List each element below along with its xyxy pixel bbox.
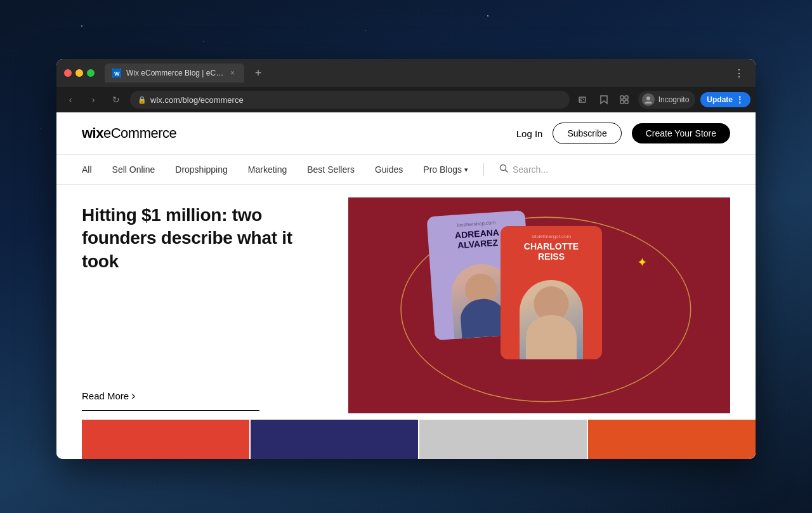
bottom-thumbnails [82, 420, 756, 459]
svg-rect-2 [579, 97, 586, 102]
nav-item-sell-online[interactable]: Sell Online [102, 156, 166, 183]
cast-icon[interactable] [575, 91, 593, 109]
update-button[interactable]: Update ⋮ [700, 92, 750, 107]
browser-window: W Wix eCommerce Blog | eCom... × + ⋮ ‹ ›… [56, 59, 756, 459]
nav-item-marketing[interactable]: Marketing [238, 156, 297, 183]
site-logo[interactable]: wix eCommerce [82, 125, 176, 142]
tab-favicon: W [112, 69, 121, 77]
nav-search[interactable]: Search... [489, 155, 548, 184]
nav-item-pro-blogs[interactable]: Pro Blogs ▾ [413, 156, 478, 183]
forward-button[interactable]: › [84, 91, 102, 109]
svg-marker-4 [601, 96, 607, 103]
svg-rect-8 [625, 100, 628, 103]
article-title: Hitting $1 million: two founders describ… [82, 204, 323, 273]
nav-divider [483, 163, 484, 176]
thumbnail-1[interactable] [82, 420, 249, 459]
incognito-avatar [642, 93, 655, 106]
card1-website: lovehershop.com [457, 220, 495, 228]
address-text: wix.com/blog/ecommerce [150, 95, 244, 105]
site-nav: All Sell Online Dropshipping Marketing B… [56, 155, 756, 185]
svg-point-3 [579, 102, 580, 103]
thumbnail-2[interactable] [251, 420, 418, 459]
login-button[interactable]: Log In [516, 128, 543, 139]
hero-background: lovehershop.com ADREANA ALVAREZ [348, 197, 730, 413]
nav-item-guides[interactable]: Guides [365, 156, 413, 183]
read-more-label: Read More [82, 390, 129, 401]
subscribe-button[interactable]: Subscribe [553, 123, 621, 144]
update-label: Update [707, 95, 733, 104]
read-more-arrow-icon: › [131, 389, 135, 403]
create-store-button[interactable]: Create Your Store [632, 123, 730, 143]
svg-rect-6 [625, 96, 628, 99]
incognito-label: Incognito [658, 95, 690, 104]
address-bar-row: ‹ › ↻ 🔒 wix.com/blog/ecommerce [56, 87, 756, 112]
svg-rect-5 [620, 96, 624, 99]
svg-line-11 [506, 170, 508, 173]
nav-item-dropshipping[interactable]: Dropshipping [165, 156, 238, 183]
bookmark-icon[interactable] [595, 91, 613, 109]
minimize-window-button[interactable] [75, 69, 83, 77]
active-tab[interactable]: W Wix eCommerce Blog | eCom... × [105, 63, 244, 83]
thumbnail-4[interactable] [588, 420, 756, 459]
hero-image: lovehershop.com ADREANA ALVAREZ [348, 197, 730, 413]
star-decoration: ✦ [637, 255, 648, 270]
traffic-lights [64, 69, 95, 77]
featured-article: Hitting $1 million: two founders describ… [82, 185, 348, 455]
lock-icon: 🔒 [138, 96, 147, 104]
maximize-window-button[interactable] [87, 69, 95, 77]
address-bar[interactable]: 🔒 wix.com/blog/ecommerce [130, 91, 570, 109]
toolbar-icons [575, 91, 633, 109]
search-icon [499, 164, 509, 175]
card2-website: silviefmargot.com [532, 234, 571, 239]
incognito-button[interactable]: Incognito [638, 91, 696, 109]
svg-point-9 [646, 97, 650, 100]
card2-avatar [520, 280, 583, 359]
browser-menu-button[interactable]: ⋮ [730, 64, 748, 82]
back-button[interactable]: ‹ [62, 91, 79, 109]
chevron-down-icon: ▾ [464, 166, 468, 174]
card1-name: ADREANA ALVAREZ [454, 227, 500, 251]
hero-card-charlotte: silviefmargot.com CHARLOTTE REISS [501, 226, 602, 359]
nav-item-best-sellers[interactable]: Best Sellers [297, 156, 365, 183]
logo-wix: wix [82, 125, 103, 142]
card2-name: CHARLOTTE REISS [524, 241, 579, 262]
reload-button[interactable]: ↻ [107, 91, 125, 109]
logo-ecommerce: eCommerce [103, 125, 176, 142]
new-tab-button[interactable]: + [249, 64, 267, 82]
close-window-button[interactable] [64, 69, 72, 77]
read-more-link[interactable]: Read More › [82, 389, 323, 405]
search-placeholder: Search... [513, 164, 548, 175]
update-dots-icon: ⋮ [735, 95, 744, 105]
main-content: Hitting $1 million: two founders describ… [56, 185, 756, 455]
nav-item-all[interactable]: All [82, 156, 102, 183]
svg-text:W: W [114, 70, 120, 77]
tab-title: Wix eCommerce Blog | eCom... [126, 69, 223, 77]
website-content: wix eCommerce Log In Subscribe Create Yo… [56, 112, 756, 459]
tab-close-button[interactable]: × [228, 69, 237, 77]
thumbnail-3[interactable] [419, 420, 587, 459]
header-actions: Log In Subscribe Create Your Store [516, 123, 730, 144]
svg-rect-7 [620, 100, 624, 103]
site-header: wix eCommerce Log In Subscribe Create Yo… [56, 112, 756, 155]
read-more-divider [82, 410, 259, 411]
extensions-icon[interactable] [615, 91, 633, 109]
browser-chrome: W Wix eCommerce Blog | eCom... × + ⋮ [56, 59, 756, 87]
